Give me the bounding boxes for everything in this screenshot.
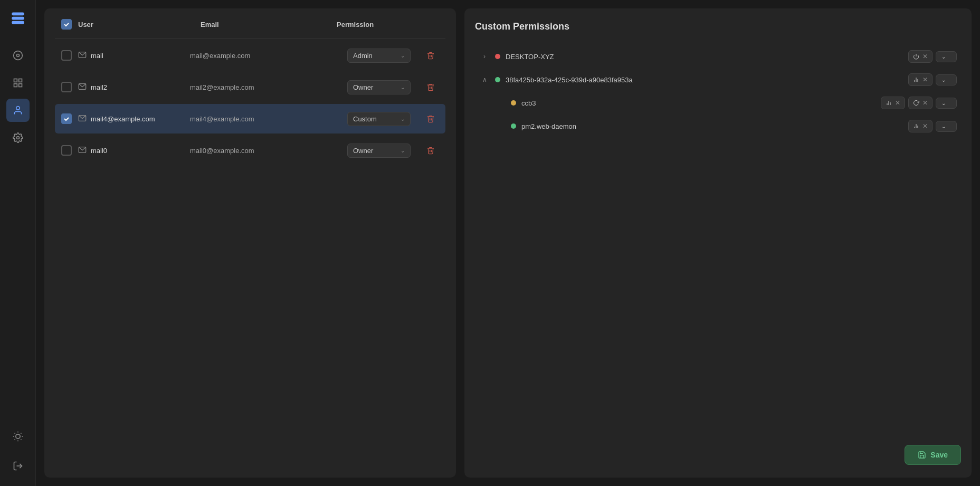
perm-remove-chart-pm2[interactable]: ✕ — [922, 122, 928, 130]
row-email-mail2: mail2@example.com — [190, 83, 341, 91]
perm-controls-ccb3: ✕ ✕ ⌄ — [881, 97, 957, 109]
sidebar-item-theme[interactable] — [6, 425, 30, 448]
svg-point-4 — [21, 17, 23, 20]
delete-button-mail[interactable] — [422, 47, 439, 64]
perm-group-desktop-xyz[interactable]: › DESKTOP-XYZ ✕ ⌄ — [475, 45, 961, 68]
col-header-email: Email — [201, 21, 330, 28]
perm-btn-group-chart-ccb3[interactable]: ✕ — [881, 97, 905, 109]
svg-rect-10 — [14, 84, 17, 87]
svg-rect-8 — [14, 79, 17, 82]
table-row-selected[interactable]: mail4@example.com mail4@example.com Cust… — [55, 104, 445, 134]
row-permission-mail4[interactable]: Custom ⌄ — [347, 112, 416, 126]
select-all-checkbox[interactable] — [61, 19, 72, 30]
perm-btn-group-chart-pm2[interactable]: ✕ — [908, 120, 933, 132]
permissions-title: Custom Permissions — [475, 21, 961, 32]
perm-dropdown-ccb3[interactable]: ⌄ — [936, 98, 957, 109]
permission-dropdown-mail2[interactable]: Owner ⌄ — [347, 80, 411, 94]
status-dot-yellow-ccb3 — [511, 100, 516, 106]
mail-icon — [78, 82, 87, 92]
permission-dropdown-mail0[interactable]: Owner ⌄ — [347, 144, 411, 158]
power-icon[interactable] — [913, 53, 919, 60]
svg-point-7 — [16, 54, 19, 57]
row-checkbox-mail4[interactable] — [61, 113, 72, 124]
chart-icon-38fa[interactable] — [913, 77, 919, 83]
mail-icon — [78, 114, 87, 124]
perm-name-ccb3: ccb3 — [521, 99, 876, 107]
table-row[interactable]: mail0 mail0@example.com Owner ⌄ — [55, 136, 445, 165]
svg-point-5 — [21, 22, 23, 24]
sidebar-item-monitor[interactable] — [6, 44, 30, 67]
row-user-mail2: mail2 — [78, 82, 184, 92]
row-email-mail0: mail0@example.com — [190, 147, 341, 155]
row-user-mail0: mail0 — [78, 146, 184, 156]
permission-dropdown-mail[interactable]: Admin ⌄ — [347, 49, 411, 63]
mail-icon — [78, 146, 87, 156]
row-permission-mail[interactable]: Admin ⌄ — [347, 49, 416, 63]
row-checkbox-mail[interactable] — [61, 50, 72, 61]
refresh-icon-ccb3[interactable] — [913, 100, 919, 106]
perm-remove-chart-ccb3[interactable]: ✕ — [895, 99, 900, 107]
svg-point-3 — [21, 13, 23, 15]
permissions-panel: Custom Permissions › DESKTOP-XYZ ✕ — [464, 8, 972, 478]
perm-dropdown-pm2[interactable]: ⌄ — [936, 121, 957, 132]
svg-point-14 — [15, 434, 20, 439]
perm-name-38fa: 38fa425b-932a-425c-939d-a90e83fa953a — [506, 76, 903, 84]
perm-btn-group-chart-38fa[interactable]: ✕ — [908, 73, 933, 86]
delete-button-mail0[interactable] — [422, 142, 439, 159]
sub-items-38fa: ccb3 ✕ — [475, 91, 961, 138]
row-email-mail4: mail4@example.com — [190, 115, 341, 123]
svg-rect-11 — [18, 84, 22, 87]
perm-dropdown-38fa[interactable]: ⌄ — [936, 74, 957, 85]
sidebar-bottom — [6, 423, 30, 480]
perm-remove-refresh-ccb3[interactable]: ✕ — [922, 99, 928, 107]
row-user-mail: mail — [78, 51, 184, 61]
table-row[interactable]: mail2 mail2@example.com Owner ⌄ — [55, 72, 445, 102]
sidebar-item-logout[interactable] — [6, 454, 30, 478]
main-content: User Email Permission mail mail@example.… — [36, 0, 980, 486]
delete-button-mail2[interactable] — [422, 79, 439, 96]
row-checkbox-mail2[interactable] — [61, 82, 72, 92]
table-row[interactable]: mail mail@example.com Admin ⌄ — [55, 41, 445, 70]
perm-toggle-desktop[interactable]: › — [479, 51, 490, 62]
row-user-mail4: mail4@example.com — [78, 114, 184, 124]
app-logo — [6, 6, 30, 31]
row-checkbox-mail0[interactable] — [61, 145, 72, 156]
status-dot-green-38fa — [495, 77, 500, 82]
chart-icon-ccb3[interactable] — [886, 100, 892, 106]
col-header-user: User — [78, 21, 194, 28]
chart-icon-pm2[interactable] — [913, 123, 919, 129]
sidebar-item-dashboard[interactable] — [6, 71, 30, 94]
mail-icon — [78, 51, 87, 61]
perm-toggle-38fa[interactable]: ∧ — [479, 74, 490, 85]
perm-remove-power[interactable]: ✕ — [922, 53, 928, 60]
perm-btn-group-power[interactable]: ✕ — [908, 50, 933, 63]
users-panel: User Email Permission mail mail@example.… — [44, 8, 456, 478]
delete-button-mail4[interactable] — [422, 110, 439, 127]
perm-group-38fa[interactable]: ∧ 38fa425b-932a-425c-939d-a90e83fa953a ✕ — [475, 68, 961, 91]
svg-point-12 — [16, 107, 20, 110]
save-button[interactable]: Save — [905, 445, 961, 465]
svg-line-17 — [14, 433, 15, 434]
row-permission-mail0[interactable]: Owner ⌄ — [347, 144, 416, 158]
svg-line-21 — [14, 439, 15, 440]
perm-controls-38fa: ✕ ⌄ — [908, 73, 957, 86]
svg-point-13 — [16, 137, 19, 139]
permission-dropdown-mail4[interactable]: Custom ⌄ — [347, 112, 411, 126]
perm-item-ccb3[interactable]: ccb3 ✕ — [491, 91, 961, 115]
perm-name-desktop: DESKTOP-XYZ — [506, 53, 903, 61]
perm-btn-group-refresh-ccb3[interactable]: ✕ — [908, 97, 933, 109]
sidebar-item-users[interactable] — [6, 99, 30, 122]
sidebar — [0, 0, 36, 486]
col-header-permission: Permission — [337, 21, 416, 28]
perm-remove-chart-38fa[interactable]: ✕ — [922, 76, 928, 83]
sidebar-item-settings[interactable] — [6, 126, 30, 149]
svg-rect-9 — [18, 79, 22, 82]
table-header: User Email Permission — [55, 19, 445, 39]
row-email-mail: mail@example.com — [190, 52, 341, 60]
perm-dropdown-desktop[interactable]: ⌄ — [936, 51, 957, 62]
svg-line-18 — [21, 439, 21, 440]
perm-item-pm2[interactable]: pm2.web-daemon ✕ ⌄ — [491, 115, 961, 138]
row-permission-mail2[interactable]: Owner ⌄ — [347, 80, 416, 94]
svg-point-6 — [13, 51, 22, 60]
save-label: Save — [930, 451, 948, 459]
